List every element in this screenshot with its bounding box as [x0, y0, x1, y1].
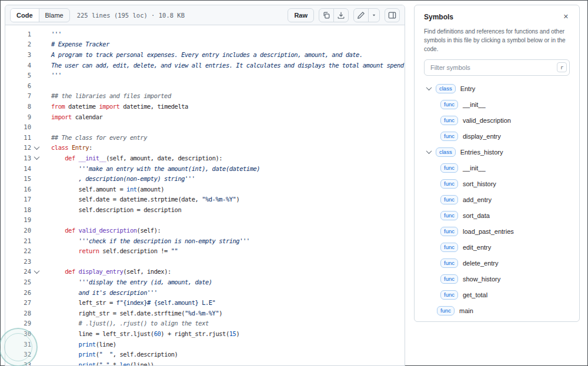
symbol-row[interactable]: funcdisplay_entry — [424, 128, 570, 144]
symbol-row[interactable]: func__init__ — [424, 96, 570, 112]
line-number[interactable]: 24 — [5, 268, 31, 275]
caret-down-icon — [371, 12, 377, 18]
symbol-row[interactable]: funcmain — [424, 303, 570, 318]
code-content: def __init__(self, amount, date, descrip… — [51, 155, 222, 162]
symbol-row[interactable]: funcsort_data — [424, 207, 570, 223]
line-number[interactable]: 33 — [5, 361, 31, 365]
line-number[interactable]: 16 — [5, 186, 31, 193]
code-line: 26 and it's description''' — [5, 287, 405, 298]
line-number[interactable]: 23 — [5, 258, 31, 265]
line-number[interactable]: 6 — [5, 82, 31, 89]
symbol-row[interactable]: funcdelete_entry — [424, 255, 570, 271]
line-number[interactable]: 17 — [5, 196, 31, 203]
edit-dropdown-button[interactable] — [368, 8, 380, 22]
line-number[interactable]: 5 — [5, 72, 31, 79]
code-line: 24 def display_entry(self, index): — [5, 267, 405, 277]
pencil-icon — [357, 11, 365, 19]
chevron-down-icon — [34, 155, 39, 160]
code-line: 3A program to track personal expenses. E… — [5, 49, 405, 60]
code-content: '''make an entry with the amount(int), d… — [51, 165, 260, 172]
fold-toggle[interactable] — [31, 156, 42, 160]
symbol-name: delete_entry — [463, 260, 499, 267]
code-line: 27 left_str = f"{index}# {self.amount} L… — [5, 297, 405, 308]
line-number[interactable]: 14 — [5, 165, 31, 172]
symbol-kind-badge: func — [440, 163, 458, 173]
code-content: # .ljust(), .rjust() to align the text — [51, 320, 209, 327]
edit-button[interactable] — [353, 8, 369, 22]
symbol-row[interactable]: funcload_past_entries — [424, 223, 570, 239]
line-number[interactable]: 21 — [5, 237, 31, 244]
code-line: 9import calendar — [5, 112, 405, 122]
symbol-row[interactable]: funcadd_entry — [424, 192, 570, 207]
line-number[interactable]: 29 — [5, 320, 31, 327]
code-content: def display_entry(self, index): — [51, 268, 171, 275]
line-number[interactable]: 32 — [5, 351, 31, 358]
filter-symbols-input[interactable] — [424, 59, 570, 76]
line-number[interactable]: 10 — [5, 123, 31, 130]
line-number[interactable]: 3 — [5, 51, 31, 58]
code-body: 1'''2# Expense Tracker3A program to trac… — [5, 25, 405, 365]
line-number[interactable]: 20 — [5, 227, 31, 234]
raw-button[interactable]: Raw — [288, 8, 314, 22]
line-number[interactable]: 4 — [5, 62, 31, 69]
line-number[interactable]: 18 — [5, 206, 31, 213]
line-number[interactable]: 15 — [5, 175, 31, 182]
line-number[interactable]: 7 — [5, 92, 31, 99]
line-number[interactable]: 30 — [5, 330, 31, 337]
symbol-row[interactable]: funcget_total — [424, 287, 570, 303]
chevron-down-icon[interactable] — [425, 86, 432, 90]
tab-blame[interactable]: Blame — [39, 9, 69, 22]
line-number[interactable]: 19 — [5, 216, 31, 223]
line-number[interactable]: 22 — [5, 247, 31, 254]
symbol-kind-badge: func — [440, 211, 458, 220]
code-content: import calendar — [51, 113, 102, 120]
symbol-row[interactable]: funcedit_entry — [424, 239, 570, 255]
code-line: 12class Entry: — [5, 143, 405, 153]
edit-group — [353, 8, 380, 22]
line-number[interactable]: 11 — [5, 134, 31, 141]
code-content: ## The class for every entry — [51, 134, 147, 141]
symbol-kind-badge: func — [440, 100, 458, 109]
code-line: 30 line = left_str.ljust(60) + right_str… — [5, 328, 405, 339]
line-number[interactable]: 25 — [5, 278, 31, 286]
download-button[interactable] — [333, 8, 349, 22]
code-content: self.date = datetime.strptime(date, "%d-… — [51, 196, 239, 203]
line-number[interactable]: 2 — [5, 41, 31, 48]
symbol-row[interactable]: funcvalid_description — [424, 112, 570, 128]
code-view-container: Code Blame 225 lines (195 loc) · 10.8 KB… — [5, 5, 405, 366]
line-number[interactable]: 27 — [5, 299, 31, 306]
symbol-row[interactable]: funcsort_history — [424, 176, 570, 192]
symbols-panel: Symbols ✕ Find definitions and reference… — [414, 5, 580, 322]
line-number[interactable]: 28 — [5, 310, 31, 317]
symbol-row[interactable]: func__init__ — [424, 160, 570, 176]
chevron-down-icon[interactable] — [425, 150, 432, 154]
symbol-kind-badge: func — [440, 179, 458, 189]
symbols-title: Symbols — [424, 13, 453, 21]
symbol-name: load_past_entries — [463, 228, 514, 235]
symbol-row[interactable]: classEntry — [424, 80, 570, 96]
close-button[interactable]: ✕ — [562, 12, 570, 21]
line-number[interactable]: 13 — [5, 155, 31, 162]
code-line: 25 '''display the entry (id, amount, dat… — [5, 277, 405, 287]
file-header: Code Blame 225 lines (195 loc) · 10.8 KB… — [5, 5, 405, 25]
code-line: 4The user can add, edit, delete, and vie… — [5, 60, 405, 70]
symbol-name: show_history — [463, 276, 500, 283]
code-line: 7## the libraries and files imported — [5, 91, 405, 102]
line-number[interactable]: 8 — [5, 103, 31, 110]
line-number[interactable]: 12 — [5, 144, 31, 151]
line-number[interactable]: 31 — [5, 341, 31, 348]
copy-button[interactable] — [319, 8, 334, 22]
fold-toggle[interactable] — [31, 146, 42, 150]
fold-toggle[interactable] — [31, 270, 42, 274]
symbol-name: Entries_history — [460, 149, 503, 156]
symbol-kind-badge: func — [440, 258, 458, 268]
line-number[interactable]: 1 — [5, 31, 31, 38]
code-content: from datetime import datetime, timedelta — [51, 103, 188, 110]
tab-code[interactable]: Code — [11, 9, 39, 22]
symbol-row[interactable]: funcshow_history — [424, 271, 570, 287]
symbol-row[interactable]: classEntries_history — [424, 144, 570, 160]
symbols-toggle-button[interactable] — [385, 8, 400, 22]
line-number[interactable]: 26 — [5, 289, 31, 296]
code-content: left_str = f"{index}# {self.amount} L.E" — [51, 299, 215, 306]
line-number[interactable]: 9 — [5, 113, 31, 120]
